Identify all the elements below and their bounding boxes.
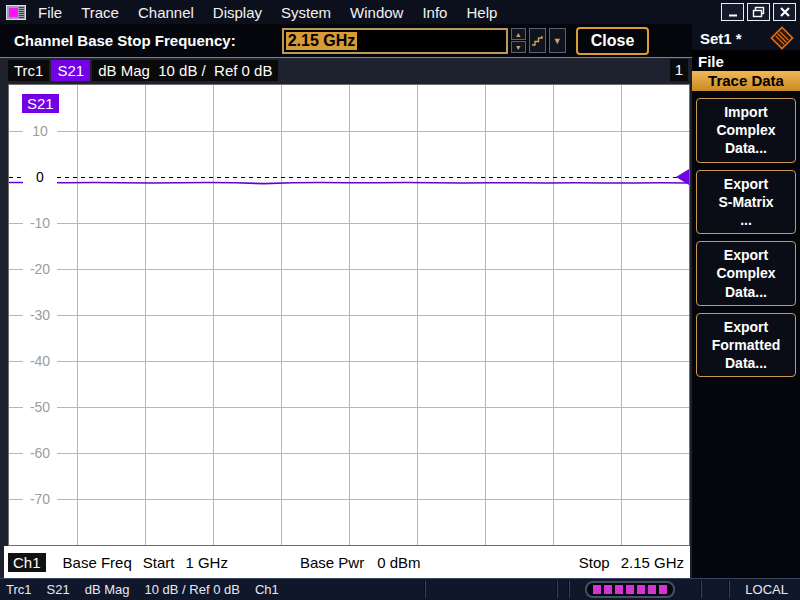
y-tick-label: -20 xyxy=(23,261,57,277)
status-segment-5: Ch1 xyxy=(255,582,279,597)
step-size-icon xyxy=(531,35,543,46)
diagram-number-badge: 1 xyxy=(670,59,688,81)
y-tick-label: -60 xyxy=(23,445,57,461)
status-segment-3: dB Mag xyxy=(85,582,130,597)
sweep-led xyxy=(626,585,634,594)
sweep-led xyxy=(593,585,601,594)
status-segment-4: 10 dB / Ref 0 dB xyxy=(144,582,239,597)
menu-bar-items: FileTraceChannelDisplaySystemWindowInfoH… xyxy=(38,4,497,21)
sweep-led xyxy=(604,585,612,594)
status-separator xyxy=(568,581,570,598)
menu-trace[interactable]: Trace xyxy=(81,4,119,21)
frequency-input-value: 2.15 GHz xyxy=(286,32,358,50)
diagram-region: Channel Base Stop Frequency: 2.15 GHz ▲ … xyxy=(0,24,692,578)
menu-info[interactable]: Info xyxy=(422,4,447,21)
status-trace-info: Trc1S21dB Mag10 dB / Ref 0 dBCh1 xyxy=(6,582,279,597)
diagram-area: 100-10-20-30-40-50-60-70 S21 xyxy=(8,84,690,546)
softkey-menu-title: File xyxy=(692,50,800,71)
app-icon[interactable] xyxy=(6,5,26,20)
menu-bar: FileTraceChannelDisplaySystemWindowInfoH… xyxy=(0,0,800,24)
close-icon xyxy=(779,6,791,18)
stop-value: 2.15 GHz xyxy=(621,554,684,571)
minimize-button[interactable] xyxy=(721,3,744,21)
trace-line xyxy=(9,85,689,545)
setup-name[interactable]: Set1 * xyxy=(700,30,742,47)
softkey-sidebar: Set1 * File Trace Data Import Complex Da… xyxy=(692,24,800,578)
menu-file[interactable]: File xyxy=(38,4,62,21)
setup-row: Set1 * xyxy=(692,24,800,50)
status-segment-2: S21 xyxy=(47,582,70,597)
close-window-button[interactable] xyxy=(773,3,796,21)
menu-display[interactable]: Display xyxy=(213,4,262,21)
sweep-indicator xyxy=(585,581,675,598)
frequency-input[interactable]: 2.15 GHz xyxy=(282,28,508,54)
y-tick-label: -30 xyxy=(23,307,57,323)
control-mode-label: LOCAL xyxy=(745,582,788,597)
channel-name-label[interactable]: Ch1 xyxy=(8,553,46,572)
trace-info-bar: Trc1 S21 dB Mag 10 dB / Ref 0 dB 1 xyxy=(0,58,692,82)
y-tick-label: -40 xyxy=(23,353,57,369)
spin-down-button[interactable]: ▼ xyxy=(511,41,526,53)
base-pwr-value: 0 dBm xyxy=(377,554,420,571)
status-separator xyxy=(728,581,730,598)
step-size-button[interactable] xyxy=(529,28,546,53)
stop-freq-group: Stop 2.15 GHz xyxy=(579,554,684,571)
status-separator xyxy=(700,581,702,598)
menu-window[interactable]: Window xyxy=(350,4,403,21)
spin-up-button[interactable]: ▲ xyxy=(511,28,526,40)
softkey-2[interactable]: Export S-Matrix ... xyxy=(696,170,796,235)
base-pwr-label: Base Pwr xyxy=(300,554,364,571)
vna-app-window: FileTraceChannelDisplaySystemWindowInfoH… xyxy=(0,0,800,600)
stop-label: Stop xyxy=(579,554,610,571)
softkey-1[interactable]: Import Complex Data... xyxy=(696,98,796,163)
menu-system[interactable]: System xyxy=(281,4,331,21)
base-freq-label: Base Freq xyxy=(63,554,132,571)
restore-button[interactable] xyxy=(747,3,770,21)
trace-name-label[interactable]: Trc1 xyxy=(8,60,49,81)
minimize-icon xyxy=(727,6,739,18)
rs-logo-icon xyxy=(770,26,794,50)
sweep-led xyxy=(648,585,656,594)
trace-label-tag[interactable]: S21 xyxy=(22,94,59,113)
ref-level-marker[interactable] xyxy=(676,169,689,185)
softkey-3[interactable]: Export Complex Data... xyxy=(696,241,796,306)
trace-format-label[interactable]: dB Mag 10 dB / Ref 0 dB xyxy=(92,60,278,81)
unit-dropdown-button[interactable]: ▼ xyxy=(549,28,566,53)
softkey-list: Import Complex Data...Export S-Matrix ..… xyxy=(692,91,800,384)
y-tick-label: -10 xyxy=(23,215,57,231)
start-label: Start xyxy=(143,554,175,571)
channel-info-bar: Ch1 Base Freq Start 1 GHz Base Pwr 0 dBm… xyxy=(4,546,690,578)
menu-channel[interactable]: Channel xyxy=(138,4,194,21)
start-value: 1 GHz xyxy=(185,554,228,571)
trace-parameter-label[interactable]: S21 xyxy=(51,60,90,81)
softkey-4[interactable]: Export Formatted Data... xyxy=(696,313,796,378)
base-power-group: Base Pwr 0 dBm xyxy=(300,554,421,571)
softkey-section-header: Trace Data xyxy=(692,71,800,91)
y-tick-label: -50 xyxy=(23,399,57,415)
entry-label: Channel Base Stop Frequency: xyxy=(14,32,236,49)
sweep-led xyxy=(615,585,623,594)
entry-bar: Channel Base Stop Frequency: 2.15 GHz ▲ … xyxy=(0,24,692,58)
sweep-led xyxy=(637,585,645,594)
status-bar: Trc1S21dB Mag10 dB / Ref 0 dBCh1 LOCAL xyxy=(0,578,800,600)
restore-icon xyxy=(752,6,765,18)
y-tick-label: 0 xyxy=(23,169,57,185)
status-segment-1: Trc1 xyxy=(6,582,32,597)
sweep-led xyxy=(659,585,667,594)
status-separator xyxy=(556,581,558,598)
y-tick-label: -70 xyxy=(23,491,57,507)
spinner: ▲ ▼ xyxy=(511,28,526,53)
close-entry-button[interactable]: Close xyxy=(576,27,650,55)
status-separator xyxy=(424,581,426,598)
channel-base-freq-group: Ch1 Base Freq Start 1 GHz xyxy=(4,553,228,572)
menu-help[interactable]: Help xyxy=(466,4,497,21)
window-controls xyxy=(721,3,796,21)
y-tick-label: 10 xyxy=(23,123,57,139)
